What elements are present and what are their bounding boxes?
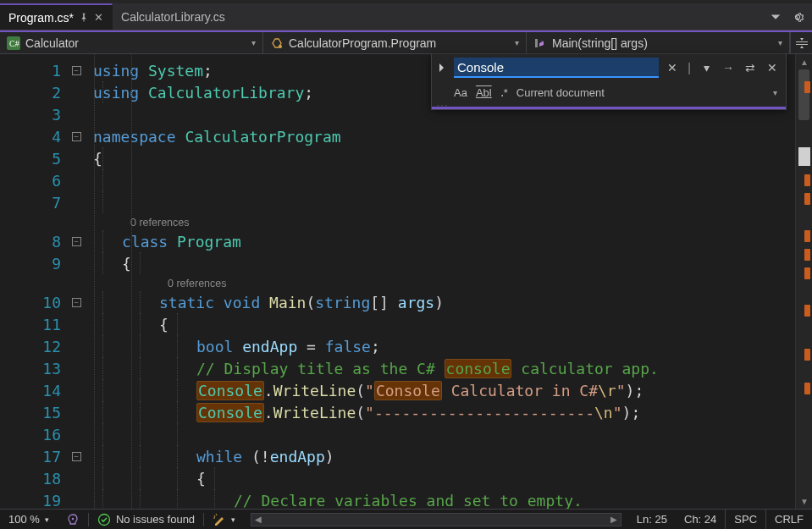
expand-replace-icon[interactable]: [435, 63, 449, 73]
settings-gear-icon[interactable]: [792, 11, 804, 23]
svg-point-3: [279, 45, 282, 48]
issues-status[interactable]: No issues found: [89, 510, 203, 529]
line-number-gutter: 1− 2 3 4− 5 6 7 8− 9 10− 11 12 13 14 15 …: [0, 54, 85, 509]
resize-grip-icon[interactable]: ∙∙∙: [437, 101, 449, 110]
tab-strip: Program.cs* ✕ CalculatorLibrary.cs: [0, 3, 812, 30]
scope-text: Current document: [516, 86, 605, 99]
vertical-scrollbar[interactable]: ▲ ▼: [795, 54, 812, 509]
checkmark-icon: [97, 513, 111, 526]
class-icon: [270, 36, 284, 50]
code-editor[interactable]: 1− 2 3 4− 5 6 7 8− 9 10− 11 12 13 14 15 …: [0, 54, 812, 509]
close-icon[interactable]: ✕: [94, 11, 103, 24]
search-scope-combo[interactable]: Current document ▾: [516, 83, 777, 102]
use-regex-icon[interactable]: ․*: [500, 84, 508, 101]
project-combo[interactable]: C# Calculator ▾: [0, 32, 263, 53]
nav-breadcrumb-bar: C# Calculator ▾ CalculatorProgram.Progra…: [0, 30, 812, 54]
status-bar: 100 % ▾ No issues found ▾ ◀ ▶ Ln: 25 Ch:…: [0, 509, 812, 529]
scroll-left-icon[interactable]: ◀: [251, 514, 265, 526]
tab-label: Program.cs*: [8, 11, 74, 25]
fold-toggle[interactable]: −: [72, 452, 81, 461]
chevron-down-icon: ▾: [778, 38, 782, 47]
close-search-icon[interactable]: ✕: [664, 59, 681, 76]
fold-toggle[interactable]: −: [72, 66, 81, 75]
cursor-char[interactable]: Ch: 24: [676, 510, 725, 529]
combo-text: Calculator: [25, 36, 79, 50]
combo-text: Main(string[] args): [552, 36, 648, 50]
find-in-files-icon[interactable]: ⇄: [742, 59, 759, 76]
member-combo[interactable]: Main(string[] args) ▾: [527, 32, 790, 53]
tab-inactive[interactable]: CalculatorLibrary.cs: [113, 3, 234, 30]
svg-point-7: [72, 517, 74, 519]
chevron-down-icon: ▾: [515, 38, 519, 47]
cursor-line[interactable]: Ln: 25: [628, 510, 676, 529]
indent-mode[interactable]: SPC: [725, 510, 766, 529]
scroll-right-icon[interactable]: ▶: [607, 514, 621, 526]
search-input[interactable]: [454, 58, 659, 78]
intellisense-icon[interactable]: [58, 510, 88, 529]
fold-toggle[interactable]: −: [72, 298, 81, 307]
chevron-down-icon: ▾: [45, 515, 49, 524]
zoom-combo[interactable]: 100 % ▾: [0, 510, 58, 529]
svg-rect-4: [535, 39, 538, 47]
code-text-area[interactable]: using System; using CalculatorLibrary; n…: [85, 54, 812, 509]
svg-text:C#: C#: [9, 39, 19, 48]
svg-rect-5: [796, 41, 808, 42]
chevron-down-icon: ▾: [231, 515, 235, 524]
tab-overflow-icon[interactable]: [770, 11, 782, 23]
tab-label: CalculatorLibrary.cs: [121, 10, 225, 24]
scroll-down-icon[interactable]: ▼: [796, 493, 812, 509]
match-case-icon[interactable]: Aa: [454, 84, 467, 101]
search-options-dropdown-icon[interactable]: ▾: [698, 59, 715, 76]
pin-icon[interactable]: [79, 13, 89, 23]
method-icon: [533, 36, 547, 50]
find-panel: ✕ | ▾ → ⇄ ✕ Aa Abl ․* Current document ▾…: [431, 54, 787, 110]
fold-toggle[interactable]: −: [72, 237, 81, 246]
match-whole-word-icon[interactable]: Abl: [476, 84, 492, 101]
codelens[interactable]: 0 references: [168, 278, 226, 289]
chevron-down-icon: ▾: [773, 88, 777, 97]
find-next-icon[interactable]: →: [720, 59, 737, 76]
close-panel-icon[interactable]: ✕: [764, 59, 781, 76]
split-window-icon[interactable]: [790, 32, 812, 53]
scroll-up-icon[interactable]: ▲: [796, 54, 812, 69]
chevron-down-icon: ▾: [251, 38, 256, 47]
tab-active[interactable]: Program.cs* ✕: [0, 3, 113, 30]
line-ending[interactable]: CRLF: [766, 510, 812, 529]
csharp-icon: C#: [7, 36, 20, 50]
class-combo[interactable]: CalculatorProgram.Program ▾: [263, 32, 527, 53]
svg-rect-0: [84, 19, 85, 21]
combo-text: CalculatorProgram.Program: [289, 36, 436, 50]
cleanup-icon[interactable]: ▾: [204, 510, 244, 529]
fold-toggle[interactable]: −: [72, 132, 81, 141]
scroll-thumb[interactable]: [798, 69, 809, 120]
svg-rect-6: [796, 44, 808, 45]
horizontal-scrollbar[interactable]: ◀ ▶: [251, 513, 621, 526]
codelens[interactable]: 0 references: [130, 217, 189, 229]
